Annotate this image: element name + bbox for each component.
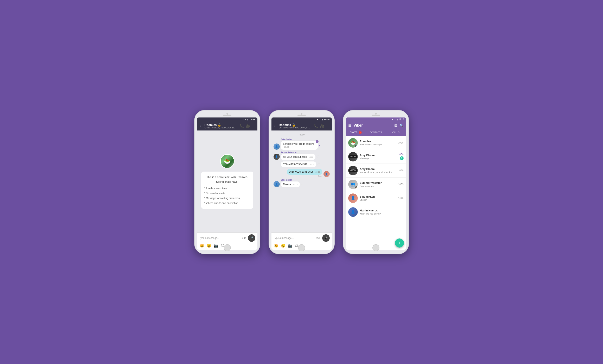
secret-chat-info-card: This is a secret chat with Roomies. Secr… xyxy=(201,172,253,209)
chat-item-silje[interactable]: 👤 Silje Rikken Sticker 14:38 xyxy=(346,191,406,205)
amy-meta-1: 18:56 1 xyxy=(398,153,403,160)
message-input-row-2: Type a message... ⏱1h 🎤 xyxy=(274,234,330,242)
video-call-icon[interactable]: 🎥 xyxy=(246,124,250,128)
msg-content-2: get your pen out Jake 19:02 ♡ xyxy=(281,154,319,160)
phone-3: ▲ ▲ ▮ 19:15 ☰ Viber ⊡ 🔍 CHATS 1 xyxy=(343,110,409,254)
at-icon[interactable]: @ xyxy=(221,243,224,248)
tab-contacts-label: CONTACTS xyxy=(370,131,382,134)
timer-badge-2: ⏱1h xyxy=(316,237,320,239)
feature-2: * Screenshot alerts xyxy=(204,191,250,196)
message-row-2: 👤 Emma Peterson get your pen out Jake 19… xyxy=(274,151,330,160)
chat-item-summer[interactable]: 👥 🔒 Summer Vacation No messages 16:55 xyxy=(346,177,406,191)
mic-button[interactable]: 🎤 xyxy=(248,234,255,242)
message-input[interactable]: Type a message... xyxy=(199,237,240,239)
phone-1-screen: ▲ ▲ ▮ 19:15 ← Roomies 🔒 Emma Peterson, J… xyxy=(197,117,257,250)
viber-header-icons: ⊡ 🔍 xyxy=(394,123,404,127)
tab-chats[interactable]: CHATS 1 xyxy=(346,129,366,136)
chat-item-martin[interactable]: 👤 Martin Kuerbs when are you going? xyxy=(346,205,406,219)
msg-sender-5: Jake Geller xyxy=(281,179,303,181)
msg-text-1: Send me your credit card #s xyxy=(283,142,314,145)
jake-avatar-2: 👤 xyxy=(274,181,280,187)
viber-tabs: CHATS 1 CONTACTS CALLS xyxy=(346,129,406,136)
msg-text-4: 3566-0020-2036-0505 xyxy=(289,170,313,173)
more-icon-2[interactable]: ··· xyxy=(301,243,304,248)
msg-wrapper-1: Jake Geller Send me your credit card #s … xyxy=(281,138,320,150)
amy-info-1: Amy Bloom Message xyxy=(360,154,396,160)
feature-4: * Viber's end-to-end encryption xyxy=(204,201,250,206)
summer-info: Summer Vacation No messages xyxy=(360,181,396,187)
like-icon-2: ♡ xyxy=(316,155,319,159)
secret-features: * A self-destruct timer * Screenshot ale… xyxy=(204,186,250,206)
camera-icon-2[interactable]: 📷 xyxy=(288,243,292,248)
sticker-icon-2[interactable]: 🙂 xyxy=(281,243,286,248)
phone-2: ▲ ▲ ▮ 19:15 ← Roomies 🔒 Emma Peterson, J… xyxy=(268,110,335,254)
menu-icon[interactable]: ☰ xyxy=(348,123,352,128)
camera-icon[interactable]: 📷 xyxy=(214,243,218,248)
toolbar-icons-2: 🐱 🙂 📷 @ ··· xyxy=(274,243,330,248)
msg-bubble-4: 3566-0020-2036-0505 19:08 xyxy=(287,169,322,175)
more-options-icon-2[interactable]: ⋮ xyxy=(326,124,330,128)
roomies-time: 19:15 xyxy=(398,142,403,144)
feature-3: * Message forwarding protection xyxy=(204,196,250,201)
more-options-icon[interactable]: ⋮ xyxy=(252,124,255,128)
phone-1: ▲ ▲ ▮ 19:15 ← Roomies 🔒 Emma Peterson, J… xyxy=(194,110,260,254)
msg-time-5: 19:15 xyxy=(293,184,298,186)
tab-calls[interactable]: CALLS xyxy=(386,129,406,136)
phone-3-status-icons: ▲ ▲ ▮ xyxy=(391,118,398,121)
viber-logo: Viber xyxy=(354,123,392,128)
chat-title-2: Roomies 🔒 xyxy=(279,123,312,127)
phone-1-time: 19:15 xyxy=(249,118,255,121)
msg-wrapper-5: Jake Geller Thanks 19:15 ♡ xyxy=(281,179,303,187)
search-icon[interactable]: 🔍 xyxy=(399,123,404,127)
message-row-4: 👤 3566-0020-2036-0505 19:08 Seen xyxy=(274,169,330,177)
roomies-avatar: 🥗 🔒 xyxy=(348,138,358,148)
tab-calls-label: CALLS xyxy=(392,131,399,134)
mic-button-2[interactable]: 🎤 xyxy=(322,234,330,242)
timer-badge: ⏱1h xyxy=(242,237,246,239)
my-avatar: 👤 xyxy=(324,171,330,177)
tab-chats-badge: 1 xyxy=(359,131,362,134)
phone-2-status-icons: ▲ ▲ ▮ xyxy=(316,118,323,121)
amy-meta-2: 18:28 xyxy=(398,169,403,172)
summer-lock-badge: 🔒 xyxy=(355,186,358,189)
silje-name: Silje Rikken xyxy=(360,195,396,198)
compose-fab-button[interactable]: + xyxy=(395,238,404,247)
qr-icon[interactable]: ⊡ xyxy=(394,123,397,127)
roomies-preview: Jake Geller: Message xyxy=(360,143,396,146)
more-icon[interactable]: ··· xyxy=(227,243,230,248)
summer-time: 16:55 xyxy=(398,183,403,185)
msg-bubble-5: Thanks 19:15 xyxy=(281,181,300,187)
amy-info-2: Amy Bloom In a week or so, when im back … xyxy=(360,167,396,173)
amy-name-2: Amy Bloom xyxy=(360,167,396,171)
chat-item-roomies[interactable]: 🥗 🔒 Roomies Jake Geller: Message 19:15 xyxy=(346,136,406,150)
date-divider: Today xyxy=(274,133,330,136)
amy-lock-badge: 🔒 xyxy=(355,159,358,162)
back-button[interactable]: ← xyxy=(199,124,203,128)
back-button-2[interactable]: ← xyxy=(274,124,277,128)
emoji-icon[interactable]: 🐱 xyxy=(200,243,204,248)
network-icon-3: ▲ xyxy=(394,118,396,121)
chat-item-amy-1[interactable]: MEOW 🔒 Amy Bloom Message 18:56 1 xyxy=(346,150,406,164)
toolbar-icons: 🐱 🙂 📷 @ ··· xyxy=(199,243,255,248)
like-icon-3: ♡ xyxy=(317,162,320,166)
sticker-icon[interactable]: 🙂 xyxy=(207,243,211,248)
phone-2-chat-header: ← Roomies 🔒 Emma Peterson, Jake Geller, … xyxy=(271,122,332,130)
phone-call-icon[interactable]: 📞 xyxy=(240,124,244,128)
battery-icon-3: ▮ xyxy=(396,118,398,121)
emoji-icon-2[interactable]: 🐱 xyxy=(274,243,278,248)
silje-meta: 14:38 xyxy=(398,197,403,199)
msg-time-3: 19:02 xyxy=(309,164,314,165)
at-icon-2[interactable]: @ xyxy=(295,243,299,248)
battery-icon: ▮ xyxy=(247,118,249,121)
chat-item-amy-2[interactable]: MEOW Amy Bloom In a week or so, when im … xyxy=(346,164,406,177)
like-icon-5: ♡ xyxy=(301,182,303,186)
video-call-icon-2[interactable]: 🎥 xyxy=(320,124,324,128)
msg-time-1: 18:54 xyxy=(284,146,289,148)
amy-time-2: 18:28 xyxy=(398,169,403,172)
heart-icon-1: ♥ xyxy=(319,144,320,147)
msg-wrapper-4: 3566-0020-2036-0505 19:08 Seen xyxy=(287,169,322,177)
message-input-2[interactable]: Type a message... xyxy=(274,237,315,239)
martin-info: Martin Kuerbs when are you going? xyxy=(360,209,402,215)
phone-call-icon-2[interactable]: 📞 xyxy=(314,124,318,128)
tab-contacts[interactable]: CONTACTS xyxy=(366,129,386,136)
